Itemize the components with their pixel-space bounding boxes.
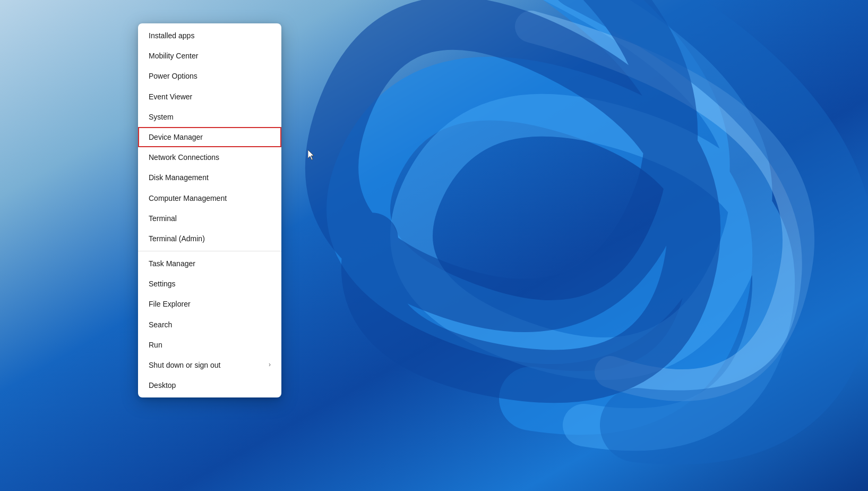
menu-divider xyxy=(138,251,281,251)
menu-item-file-explorer[interactable]: File Explorer xyxy=(138,294,281,314)
menu-item-mobility-center[interactable]: Mobility Center xyxy=(138,46,281,66)
menu-item-label-search: Search xyxy=(149,320,172,329)
menu-item-label-installed-apps: Installed apps xyxy=(149,31,194,40)
menu-item-label-terminal: Terminal xyxy=(149,214,177,223)
menu-item-settings[interactable]: Settings xyxy=(138,274,281,294)
menu-item-device-manager[interactable]: Device Manager xyxy=(138,127,281,147)
menu-item-disk-management[interactable]: Disk Management xyxy=(138,167,281,188)
menu-item-label-disk-management: Disk Management xyxy=(149,173,209,182)
menu-item-label-mobility-center: Mobility Center xyxy=(149,51,198,61)
menu-item-label-device-manager: Device Manager xyxy=(149,132,203,142)
menu-item-label-system: System xyxy=(149,112,174,122)
menu-item-label-file-explorer: File Explorer xyxy=(149,299,191,309)
menu-item-run[interactable]: Run xyxy=(138,335,281,355)
submenu-chevron-icon: › xyxy=(269,361,271,369)
wallpaper-swirl xyxy=(0,0,868,491)
menu-item-search[interactable]: Search xyxy=(138,315,281,335)
menu-item-network-connections[interactable]: Network Connections xyxy=(138,147,281,167)
menu-item-label-computer-management: Computer Management xyxy=(149,193,227,203)
menu-item-installed-apps[interactable]: Installed apps xyxy=(138,26,281,46)
menu-item-label-settings: Settings xyxy=(149,279,176,289)
menu-item-system[interactable]: System xyxy=(138,107,281,127)
menu-item-power-options[interactable]: Power Options xyxy=(138,66,281,86)
context-menu: Installed appsMobility CenterPower Optio… xyxy=(138,23,281,397)
menu-item-label-terminal-admin: Terminal (Admin) xyxy=(149,234,205,243)
menu-item-label-run: Run xyxy=(149,340,162,350)
menu-item-event-viewer[interactable]: Event Viewer xyxy=(138,87,281,107)
menu-item-label-power-options: Power Options xyxy=(149,71,197,81)
menu-item-shut-down[interactable]: Shut down or sign out› xyxy=(138,355,281,375)
menu-item-label-shut-down: Shut down or sign out xyxy=(149,360,220,370)
menu-item-label-network-connections: Network Connections xyxy=(149,153,219,162)
menu-item-task-manager[interactable]: Task Manager xyxy=(138,253,281,274)
menu-item-terminal[interactable]: Terminal xyxy=(138,208,281,228)
desktop-background xyxy=(0,0,868,491)
menu-item-desktop[interactable]: Desktop xyxy=(138,375,281,395)
menu-item-computer-management[interactable]: Computer Management xyxy=(138,188,281,208)
menu-item-label-desktop: Desktop xyxy=(149,380,176,390)
menu-item-label-task-manager: Task Manager xyxy=(149,259,195,268)
menu-item-label-event-viewer: Event Viewer xyxy=(149,92,192,101)
menu-item-terminal-admin[interactable]: Terminal (Admin) xyxy=(138,228,281,249)
